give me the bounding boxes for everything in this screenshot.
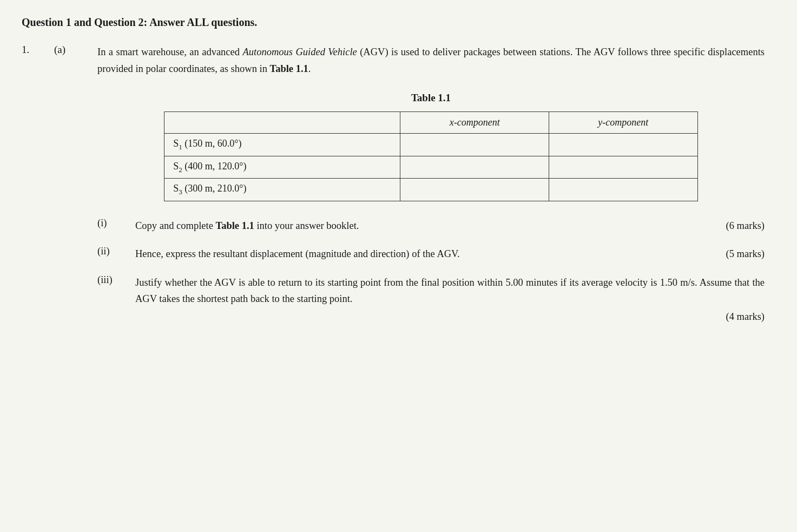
row-s2-y bbox=[549, 156, 698, 179]
table-title: Table 1.1 bbox=[97, 92, 765, 104]
italic-vehicle-name: Autonomous Guided Vehicle bbox=[242, 47, 357, 57]
sub-iii-text: Justify whether the AGV is able to retur… bbox=[135, 277, 765, 305]
sub-ii-text: Hence, express the resultant displacemen… bbox=[135, 246, 726, 262]
row-s3-y bbox=[549, 179, 698, 201]
table-row: S1 (150 m, 60.0°) bbox=[164, 134, 697, 156]
table-reference: Table 1.1 bbox=[270, 63, 308, 74]
intro-paragraph: In a smart warehouse, an advanced Autono… bbox=[97, 44, 765, 77]
sub-questions: (i) Copy and complete Table 1.1 into you… bbox=[97, 218, 765, 325]
sub-ii-marks: (5 marks) bbox=[726, 246, 765, 262]
col-header-y: y-component bbox=[549, 112, 698, 134]
sub-ii-block: Hence, express the resultant displacemen… bbox=[135, 246, 765, 262]
sub-label-iii: (iii) bbox=[97, 274, 135, 286]
row-s1-y bbox=[549, 134, 698, 156]
table-row: S3 (300 m, 210.0°) bbox=[164, 179, 697, 201]
row-s2-label: S2 (400 m, 120.0°) bbox=[164, 156, 400, 179]
question-1: 1. (a) In a smart warehouse, an advanced… bbox=[22, 44, 775, 337]
row-s1-label: S1 (150 m, 60.0°) bbox=[164, 134, 400, 156]
table-header-row: x-component y-component bbox=[164, 112, 697, 134]
sub-label-ii: (ii) bbox=[97, 246, 135, 257]
col-header-empty bbox=[164, 112, 400, 134]
question-part-label: (a) bbox=[54, 44, 97, 337]
table-row: S2 (400 m, 120.0°) bbox=[164, 156, 697, 179]
row-s3-x bbox=[400, 179, 549, 201]
sub-i-marks: (6 marks) bbox=[726, 218, 765, 234]
sub-question-i: (i) Copy and complete Table 1.1 into you… bbox=[97, 218, 765, 234]
sub-label-i: (i) bbox=[97, 218, 135, 229]
sub-iii-marks: (4 marks) bbox=[135, 308, 765, 325]
intro-text-end: . bbox=[308, 63, 311, 74]
question-number: 1. bbox=[22, 44, 54, 337]
table-1-1: x-component y-component S1 (150 m, 60.0°… bbox=[164, 111, 697, 201]
sub-content-ii: Hence, express the resultant displacemen… bbox=[135, 246, 765, 262]
header-text: Question 1 and Question 2: Answer ALL qu… bbox=[22, 16, 257, 28]
row-s1-x bbox=[400, 134, 549, 156]
sub-i-text: Copy and complete Table 1.1 into your an… bbox=[135, 218, 726, 234]
sub-content-i: Copy and complete Table 1.1 into your an… bbox=[135, 218, 765, 234]
sub-content-iii: Justify whether the AGV is able to retur… bbox=[135, 274, 765, 325]
exam-header: Question 1 and Question 2: Answer ALL qu… bbox=[22, 16, 775, 29]
row-s2-x bbox=[400, 156, 549, 179]
sub-question-iii: (iii) Justify whether the AGV is able to… bbox=[97, 274, 765, 325]
sub-question-ii: (ii) Hence, express the resultant displa… bbox=[97, 246, 765, 262]
row-s3-label: S3 (300 m, 210.0°) bbox=[164, 179, 400, 201]
sub-i-block: Copy and complete Table 1.1 into your an… bbox=[135, 218, 765, 234]
col-header-x: x-component bbox=[400, 112, 549, 134]
question-body: In a smart warehouse, an advanced Autono… bbox=[97, 44, 775, 337]
intro-text-start: In a smart warehouse, an advanced bbox=[97, 47, 242, 57]
